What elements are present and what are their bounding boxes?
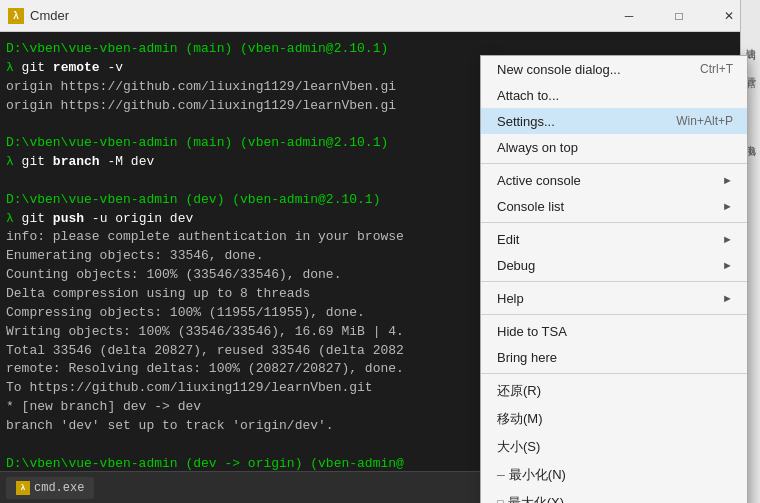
cmder-icon: λ <box>8 8 24 24</box>
taskbar-cmder-icon: λ <box>16 481 30 495</box>
taskbar-item-cmd[interactable]: λ cmd.exe <box>6 477 94 499</box>
right-panel-label-1: 速访问 <box>744 40 758 43</box>
taskbar: λ cmd.exe <box>0 471 480 503</box>
separator-1 <box>481 163 747 164</box>
separator-3 <box>481 281 747 282</box>
menu-item-active-console[interactable]: Active console ► <box>481 167 747 193</box>
minimize-button[interactable]: ─ <box>606 5 652 27</box>
title-bar-left: λ Cmder <box>8 8 69 24</box>
menu-item-debug[interactable]: Debug ► <box>481 252 747 278</box>
window-controls: ─ □ ✕ <box>606 5 752 27</box>
menu-item-attach[interactable]: Attach to... <box>481 82 747 108</box>
menu-item-new-console[interactable]: New console dialog... Ctrl+T <box>481 56 747 82</box>
menu-item-always-on-top[interactable]: Always on top <box>481 134 747 160</box>
menu-item-settings[interactable]: Settings... Win+Alt+P <box>481 108 747 134</box>
menu-item-size[interactable]: 大小(S) <box>481 433 747 461</box>
prompt-path: D:\vben\vue-vben-admin (main) (vben-admi… <box>6 41 388 56</box>
menu-item-minimize[interactable]: ─ 最小化(N) <box>481 461 747 489</box>
menu-item-help[interactable]: Help ► <box>481 285 747 311</box>
separator-2 <box>481 222 747 223</box>
title-bar: λ Cmder ─ □ ✕ <box>0 0 760 32</box>
menu-item-move[interactable]: 移动(M) <box>481 405 747 433</box>
maximize-button[interactable]: □ <box>656 5 702 27</box>
menu-item-edit[interactable]: Edit ► <box>481 226 747 252</box>
menu-item-hide-tsa[interactable]: Hide to TSA <box>481 318 747 344</box>
context-menu: New console dialog... Ctrl+T Attach to..… <box>480 55 748 503</box>
menu-item-bring-here[interactable]: Bring here <box>481 344 747 370</box>
separator-4 <box>481 314 747 315</box>
window-title: Cmder <box>30 8 69 23</box>
menu-item-maximize[interactable]: □ 最大化(X) <box>481 489 747 503</box>
taskbar-label: cmd.exe <box>34 481 84 495</box>
menu-item-restore[interactable]: 还原(R) <box>481 377 747 405</box>
menu-item-console-list[interactable]: Console list ► <box>481 193 747 219</box>
separator-5 <box>481 373 747 374</box>
